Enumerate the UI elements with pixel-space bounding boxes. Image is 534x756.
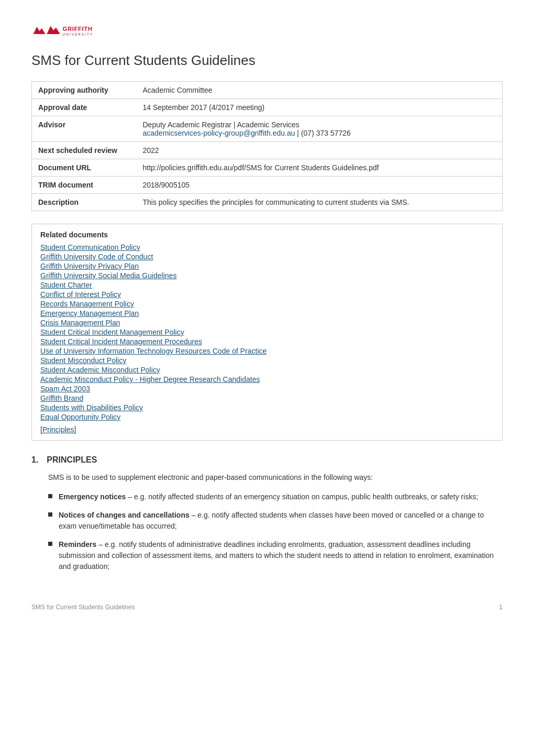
related-doc-item: Spam Act 2003 <box>40 385 494 393</box>
bullet-item: Emergency notices – e.g. notify affected… <box>48 491 503 502</box>
related-doc-item: Student Communication Policy <box>40 243 494 251</box>
footer-right: 1 <box>499 604 503 611</box>
footer-left: SMS for Current Students Guidelines <box>31 604 135 611</box>
page-footer: SMS for Current Students Guidelines 1 <box>31 604 503 611</box>
metadata-value: 14 September 2017 (4/2017 meeting) <box>137 99 503 116</box>
bullet-square-icon <box>48 512 52 517</box>
page-title: SMS for Current Students Guidelines <box>31 52 503 69</box>
bullet-bold: Notices of changes and cancellations <box>59 511 190 519</box>
bullet-item: Reminders – e.g. notify students of admi… <box>48 539 503 572</box>
related-doc-item: Griffith Brand <box>40 394 494 402</box>
related-doc-link[interactable]: Griffith University Code of Conduct <box>40 253 153 261</box>
griffith-university-logo: GRIFFITH UNIVERSITY <box>31 21 105 40</box>
related-doc-item: Conflict of Interest Policy <box>40 290 494 299</box>
related-doc-link[interactable]: Conflict of Interest Policy <box>40 290 121 299</box>
related-doc-item: Griffith University Code of Conduct <box>40 253 494 261</box>
section-1-intro: SMS is to be used to supplement electron… <box>48 472 503 483</box>
section-1: 1. PRINCIPLES SMS is to be used to suppl… <box>31 455 503 572</box>
related-doc-link[interactable]: Students with Disabilities Policy <box>40 403 143 412</box>
metadata-row: DescriptionThis policy specifies the pri… <box>32 194 503 211</box>
related-doc-item: Crisis Management Plan <box>40 319 494 327</box>
metadata-value: 2018/9005105 <box>137 177 503 194</box>
related-doc-link[interactable]: Use of University Information Technology… <box>40 347 266 355</box>
bullet-item: Notices of changes and cancellations – e… <box>48 510 503 532</box>
svg-text:GRIFFITH: GRIFFITH <box>63 26 93 32</box>
related-doc-link[interactable]: Academic Misconduct Policy - Higher Degr… <box>40 375 260 384</box>
metadata-row: Approving authorityAcademic Committee <box>32 82 503 99</box>
bullet-square-icon <box>48 494 52 498</box>
related-doc-link[interactable]: Student Communication Policy <box>40 243 140 251</box>
related-doc-item: Student Critical Incident Management Pol… <box>40 328 494 336</box>
section-1-title: PRINCIPLES <box>47 455 97 465</box>
section-1-heading: 1. PRINCIPLES <box>31 455 503 465</box>
related-doc-item: Griffith University Privacy Plan <box>40 262 494 270</box>
bullets-container: Emergency notices – e.g. notify affected… <box>31 491 503 572</box>
principles-link-wrapper: [Principles] <box>40 425 494 434</box>
related-doc-item: Records Management Policy <box>40 300 494 308</box>
related-doc-link[interactable]: Student Critical Incident Management Pro… <box>40 337 202 346</box>
metadata-label: Document URL <box>32 159 137 177</box>
related-doc-link[interactable]: Equal Opportunity Policy <box>40 413 120 421</box>
bullet-text: Emergency notices – e.g. notify affected… <box>59 491 478 502</box>
related-doc-link[interactable]: Spam Act 2003 <box>40 385 90 393</box>
principles-link[interactable]: Principles <box>42 425 74 434</box>
related-doc-link[interactable]: Crisis Management Plan <box>40 319 120 327</box>
metadata-value: 2022 <box>137 142 503 159</box>
metadata-value: Academic Committee <box>137 82 503 99</box>
related-doc-link[interactable]: Griffith University Privacy Plan <box>40 262 139 270</box>
related-doc-link[interactable]: Records Management Policy <box>40 300 134 308</box>
metadata-row: AdvisorDeputy Academic Registrar | Acade… <box>32 116 503 142</box>
related-doc-item: Student Critical Incident Management Pro… <box>40 337 494 346</box>
related-doc-link[interactable]: Student Misconduct Policy <box>40 356 126 365</box>
related-doc-item: Students with Disabilities Policy <box>40 403 494 412</box>
bullet-text: Reminders – e.g. notify students of admi… <box>59 539 503 572</box>
logo-area: GRIFFITH UNIVERSITY <box>31 21 503 40</box>
related-documents-header: Related documents <box>40 231 494 239</box>
bullet-text: Notices of changes and cancellations – e… <box>59 510 503 532</box>
related-doc-item: Student Academic Misconduct Policy <box>40 366 494 374</box>
related-doc-item: Student Charter <box>40 281 494 289</box>
related-doc-link[interactable]: Emergency Management Plan <box>40 309 139 317</box>
metadata-row: Next scheduled review2022 <box>32 142 503 159</box>
metadata-label: Approval date <box>32 99 137 116</box>
bullet-bold: Emergency notices <box>59 492 126 501</box>
metadata-label: Description <box>32 194 137 211</box>
metadata-label: Advisor <box>32 116 137 142</box>
related-doc-item: Griffith University Social Media Guideli… <box>40 271 494 280</box>
related-doc-item: Student Misconduct Policy <box>40 356 494 365</box>
metadata-row: Approval date14 September 2017 (4/2017 m… <box>32 99 503 116</box>
related-doc-item: Use of University Information Technology… <box>40 347 494 355</box>
metadata-row: Document URLhttp://policies.griffith.edu… <box>32 159 503 177</box>
metadata-label: Next scheduled review <box>32 142 137 159</box>
metadata-label: TRIM document <box>32 177 137 194</box>
metadata-row: TRIM document2018/9005105 <box>32 177 503 194</box>
svg-text:UNIVERSITY: UNIVERSITY <box>63 32 94 36</box>
related-doc-item: Emergency Management Plan <box>40 309 494 317</box>
related-doc-link[interactable]: Student Critical Incident Management Pol… <box>40 328 184 336</box>
metadata-label: Approving authority <box>32 82 137 99</box>
related-documents-section: Related documents Student Communication … <box>31 224 503 441</box>
related-doc-link[interactable]: Student Academic Misconduct Policy <box>40 366 160 374</box>
section-1-number: 1. <box>31 455 38 465</box>
metadata-table: Approving authorityAcademic CommitteeApp… <box>31 81 503 211</box>
metadata-value: http://policies.griffith.edu.au/pdf/SMS … <box>137 159 503 177</box>
related-documents-list: Student Communication PolicyGriffith Uni… <box>40 243 494 421</box>
advisor-email-link[interactable]: academicservices-policy-group@griffith.e… <box>143 129 295 137</box>
bullet-square-icon <box>48 542 52 546</box>
metadata-value: Deputy Academic Registrar | Academic Ser… <box>137 116 503 142</box>
metadata-value: This policy specifies the principles for… <box>137 194 503 211</box>
related-doc-item: Equal Opportunity Policy <box>40 413 494 421</box>
related-doc-link[interactable]: Student Charter <box>40 281 92 289</box>
related-doc-link[interactable]: Griffith Brand <box>40 394 83 402</box>
related-doc-item: Academic Misconduct Policy - Higher Degr… <box>40 375 494 384</box>
bullet-bold: Reminders <box>59 540 96 549</box>
related-doc-link[interactable]: Griffith University Social Media Guideli… <box>40 271 176 280</box>
